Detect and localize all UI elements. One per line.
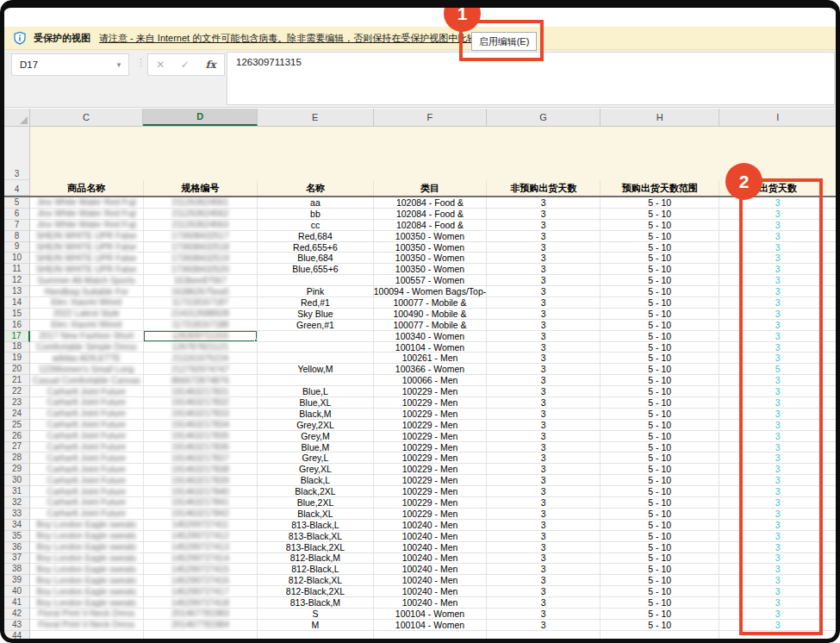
cell-G7[interactable]: 3 [487, 220, 600, 231]
cell-D17[interactable]: 126309711315 [144, 331, 258, 342]
cell-F34[interactable]: 100240 - Men [374, 520, 488, 531]
row-header-25[interactable]: 25 [4, 420, 30, 431]
row-header-6[interactable]: 6 [4, 209, 30, 220]
cell-H39[interactable]: 5 - 10 [600, 575, 720, 586]
cell-F10[interactable]: 100350 - Women [374, 253, 488, 264]
row-header-8[interactable]: 8 [4, 231, 30, 242]
cell-H12[interactable]: 5 - 10 [600, 275, 720, 286]
cell-F6[interactable]: 102084 - Food & [374, 209, 488, 220]
cell-G36[interactable]: 3 [487, 542, 600, 553]
row-header-11[interactable]: 11 [4, 264, 30, 275]
cell-H28[interactable]: 5 - 10 [600, 453, 720, 464]
cell-E32[interactable]: Blue,2XL [258, 497, 374, 509]
cell-D36[interactable]: 145299727413 [144, 542, 258, 553]
cell-D8[interactable]: 173608432517 [144, 231, 258, 242]
cell-D39[interactable]: 145299727416 [144, 575, 258, 586]
cell-C23[interactable]: Carhartt Joint Future [30, 397, 144, 409]
cell-D14[interactable]: 117318167187 [144, 297, 258, 309]
row-header-21[interactable]: 21 [4, 375, 30, 386]
header-cell-spec-number[interactable]: 规格编号 [144, 180, 258, 196]
cell-F33[interactable]: 100229 - Men [374, 509, 488, 520]
cell-H11[interactable]: 5 - 10 [600, 264, 720, 275]
cell-E17[interactable] [258, 331, 374, 342]
header-cell-non-preorder-days[interactable]: 非预购出货天数 [487, 180, 600, 196]
cell-G22[interactable]: 3 [487, 386, 600, 397]
cell-F9[interactable]: 100350 - Women [374, 242, 488, 253]
cell-F29[interactable]: 100229 - Men [374, 464, 488, 475]
column-header-G[interactable]: G [487, 109, 600, 126]
cell-E36[interactable]: 813-Black,2XL [258, 542, 374, 553]
cell-F24[interactable]: 100229 - Men [374, 409, 488, 420]
cell-C27[interactable]: Carhartt Joint Future [30, 442, 144, 453]
cell-G29[interactable]: 3 [487, 464, 600, 475]
cell-E30[interactable]: Black,L [258, 475, 374, 486]
select-all-corner[interactable] [4, 109, 30, 126]
row-header-24[interactable]: 24 [4, 409, 30, 420]
cell-H40[interactable]: 5 - 10 [600, 586, 720, 597]
row-header-36[interactable]: 36 [4, 542, 30, 553]
cell-F15[interactable]: 100490 - Mobile & [374, 309, 488, 320]
cell-D20[interactable]: 212792974747 [144, 364, 258, 375]
cell-G11[interactable]: 3 [487, 264, 600, 275]
cell-C35[interactable]: Boy London Eagle sweats [30, 531, 144, 542]
insert-function-icon[interactable]: fx [205, 59, 215, 71]
row-header-17[interactable]: 17 [4, 331, 30, 342]
cell-C10[interactable]: SHEIN WHITE UPR False [30, 253, 144, 264]
cell-D10[interactable]: 173608432519 [144, 253, 258, 264]
row-header-12[interactable]: 12 [4, 275, 30, 286]
cell-E27[interactable]: Blue,M [258, 442, 374, 453]
cell-D25[interactable]: 191463217834 [144, 420, 258, 431]
cell-E23[interactable]: Blue,XL [258, 397, 374, 409]
cell-H16[interactable]: 5 - 10 [600, 320, 720, 331]
cell-H25[interactable]: 5 - 10 [600, 420, 720, 431]
cell-G34[interactable]: 3 [487, 520, 600, 531]
cell-D19[interactable]: 211161675224 [144, 353, 258, 364]
row-header-27[interactable]: 27 [4, 442, 30, 453]
cell-F19[interactable]: 100261 - Men [374, 353, 488, 364]
row-header-10[interactable]: 10 [4, 253, 30, 264]
cell-D35[interactable]: 145299727412 [144, 531, 258, 542]
cell-H15[interactable]: 5 - 10 [600, 309, 720, 320]
cell-D13[interactable]: 163862675ea5 [144, 286, 258, 297]
cell-F32[interactable]: 100229 - Men [374, 497, 488, 509]
cell-H5[interactable]: 5 - 10 [600, 197, 720, 209]
cell-E37[interactable]: 812-Black,M [258, 553, 374, 565]
cell-E35[interactable]: 813-Black,XL [258, 531, 374, 542]
cell-C24[interactable]: Carhartt Joint Future [30, 409, 144, 420]
cell-H20[interactable]: 5 - 10 [600, 364, 720, 375]
row-header-22[interactable]: 22 [4, 386, 30, 397]
cell-C5[interactable]: Jinx White Water Red Fuji [30, 197, 144, 209]
cell-D28[interactable]: 191463217837 [144, 453, 258, 464]
empty-cells-row-3[interactable] [30, 127, 836, 180]
cell-F17[interactable]: 100340 - Women [374, 331, 488, 342]
cell-C33[interactable]: Carhartt Joint Future [30, 509, 144, 520]
cell-C37[interactable]: Boy London Eagle sweats [30, 553, 144, 565]
cell-C32[interactable]: Carhartt Joint Future [30, 497, 144, 509]
row-header-41[interactable]: 41 [4, 597, 30, 609]
cell-D30[interactable]: 191463217839 [144, 475, 258, 486]
cell-H44[interactable] [600, 631, 720, 642]
row-header-14[interactable]: 14 [4, 297, 30, 309]
cell-F31[interactable]: 100229 - Men [374, 486, 488, 497]
cell-C6[interactable]: Jinx White Water Red Fuji [30, 209, 144, 220]
cell-C16[interactable]: Elec Xiaomi Wired [30, 320, 144, 331]
cell-C9[interactable]: SHEIN WHITE UPR False [30, 242, 144, 253]
cell-E13[interactable]: Pink [258, 286, 374, 297]
cell-G32[interactable]: 3 [487, 497, 600, 509]
cell-G14[interactable]: 3 [487, 297, 600, 309]
cell-C12[interactable]: Summer All-Match Sports [30, 275, 144, 286]
row-header-13[interactable]: 13 [4, 286, 30, 297]
cell-C25[interactable]: Carhartt Joint Future [30, 420, 144, 431]
cell-H33[interactable]: 5 - 10 [600, 509, 720, 520]
cell-G31[interactable]: 3 [487, 486, 600, 497]
cell-H17[interactable]: 5 - 10 [600, 331, 720, 342]
cell-D9[interactable]: 173608432518 [144, 242, 258, 253]
column-header-E[interactable]: E [258, 109, 374, 126]
cell-D12[interactable]: 163bee87567 [144, 275, 258, 286]
cell-E16[interactable]: Green,#1 [258, 320, 374, 331]
cell-G6[interactable]: 3 [487, 209, 600, 220]
row-header-19[interactable]: 19 [4, 353, 30, 364]
cell-C36[interactable]: Boy London Eagle sweats [30, 542, 144, 553]
cell-H42[interactable]: 5 - 10 [600, 609, 720, 620]
cell-H37[interactable]: 5 - 10 [600, 553, 720, 565]
